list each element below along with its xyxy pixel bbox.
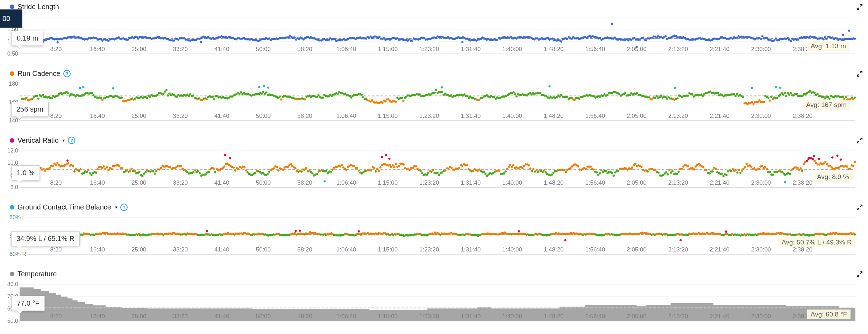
avg-badge: Avg: 50.7% L / 49.3% R: [778, 237, 855, 247]
expand-icon[interactable]: [856, 3, 863, 12]
x-tick-label: 50:00: [256, 113, 271, 120]
x-tick-label: 2:21:40: [710, 46, 730, 53]
x-tick-label: 16:40: [90, 46, 105, 53]
panel-temperature: Temperature80.070.060.050.08:2016:4025:0…: [0, 267, 868, 334]
legend-dot-stride-length: [10, 5, 14, 9]
expand-icon[interactable]: [856, 271, 863, 279]
x-tick-label: 41:40: [214, 246, 229, 253]
x-tick-label: 8:20: [50, 113, 62, 120]
x-tick-label: 2:21:40: [710, 179, 730, 186]
panel-stride-length: Stride Length2.001.501.000.508:2016:4025…: [0, 0, 868, 67]
panel-title: Stride Length: [17, 3, 59, 11]
panel-title: Vertical Ratio: [17, 136, 59, 144]
panel-title: Run Cadence: [17, 70, 60, 78]
x-tick-label: 1:31:40: [461, 179, 481, 186]
x-tick-label: 1:23:20: [419, 313, 439, 320]
chevron-down-icon[interactable]: ▾: [115, 205, 118, 210]
x-tick-label: 2:13:20: [668, 113, 688, 120]
y-tick-label: 50.0: [1, 318, 18, 325]
x-tick-label: 2:05:00: [627, 313, 647, 320]
y-tick-label: 140: [1, 117, 18, 124]
help-icon[interactable]: ?: [120, 204, 128, 211]
x-tick-label: 1:15:00: [378, 179, 398, 186]
y-tick-label: 180: [1, 80, 18, 87]
x-tick-label: 1:40:00: [502, 46, 522, 53]
x-tick-label: 2:21:40: [710, 113, 730, 120]
x-tick-label: 16:40: [90, 179, 105, 186]
panel-header-run-cadence: Run Cadence?: [10, 70, 71, 78]
x-tick-label: 1:06:40: [336, 46, 356, 53]
avg-badge: Avg: 167 spm: [803, 100, 850, 110]
plot-canvas-vertical-ratio[interactable]: [0, 134, 868, 200]
legend-dot-run-cadence: [10, 71, 14, 76]
x-tick-label: 1:23:20: [419, 46, 439, 53]
y-tick-label: 60% R: [9, 251, 28, 258]
x-tick-label: 50:00: [256, 46, 271, 53]
x-tick-label: 58:20: [297, 46, 312, 53]
help-icon[interactable]: ?: [63, 70, 71, 77]
x-tick-label: 2:30:00: [751, 313, 771, 320]
x-tick-label: 1:23:20: [419, 179, 439, 186]
x-tick-label: 1:56:40: [585, 113, 605, 120]
expand-icon[interactable]: [856, 70, 863, 79]
x-tick-label: 25:00: [131, 179, 147, 186]
x-tick-label: 25:00: [131, 313, 147, 320]
x-tick-label: 1:15:00: [378, 246, 398, 253]
panel-ground-contact-time-balance: Ground Contact Time Balance▾?60% L50/506…: [0, 200, 868, 267]
x-tick-label: 58:20: [297, 313, 312, 320]
x-tick-label: 1:48:20: [544, 313, 564, 320]
x-tick-label: 1:56:40: [585, 46, 605, 53]
x-tick-label: 2:21:40: [710, 246, 730, 253]
x-tick-label: 2:05:00: [627, 246, 647, 253]
x-tick-label: 1:31:40: [461, 113, 481, 120]
x-tick-label: 33:20: [173, 313, 188, 320]
avg-badge: Avg: 8.9 %: [813, 172, 853, 182]
plot-canvas-run-cadence[interactable]: [0, 67, 868, 134]
plot-canvas-temperature[interactable]: [0, 267, 868, 334]
y-tick-label: 0.50: [1, 50, 18, 57]
panel-header-ground-contact-time-balance: Ground Contact Time Balance▾?: [10, 203, 128, 211]
x-tick-label: 16:40: [90, 313, 105, 320]
x-tick-label: 1:15:00: [378, 313, 398, 320]
x-tick-label: 2:05:00: [627, 113, 647, 120]
x-tick-label: 1:40:00: [502, 113, 522, 120]
x-tick-label: 1:48:20: [544, 46, 564, 53]
x-tick-label: 2:38:20: [792, 113, 812, 120]
x-tick-label: 1:06:40: [336, 113, 356, 120]
plot-canvas-stride-length[interactable]: [0, 0, 868, 67]
x-tick-label: 50:00: [256, 313, 271, 320]
x-tick-label: 1:31:40: [461, 313, 481, 320]
x-tick-label: 2:13:20: [668, 46, 688, 53]
value-tooltip: 77.0 °F: [12, 296, 45, 311]
value-tooltip: 1.0 %: [12, 165, 40, 180]
x-tick-label: 50:00: [256, 179, 271, 186]
time-tooltip: 00: [0, 9, 22, 28]
x-tick-label: 1:48:20: [544, 113, 564, 120]
x-tick-label: 1:06:40: [336, 246, 356, 253]
panel-title: Temperature: [17, 270, 57, 278]
x-tick-label: 33:20: [173, 246, 188, 253]
avg-badge: Avg: 1.13 m: [807, 41, 849, 51]
x-tick-label: 1:40:00: [502, 179, 522, 186]
x-tick-label: 16:40: [90, 113, 105, 120]
legend-dot-ground-contact-time-balance: [10, 205, 14, 209]
panel-header-vertical-ratio: Vertical Ratio▾?: [10, 136, 75, 144]
panel-vertical-ratio: Vertical Ratio▾?12.010.08.06.08:2016:402…: [0, 134, 868, 200]
plot-canvas-ground-contact-time-balance[interactable]: [0, 200, 868, 267]
x-tick-label: 2:30:00: [751, 113, 771, 120]
x-tick-label: 2:30:00: [751, 46, 771, 53]
panel-run-cadence: Run Cadence?1801601408:2016:4025:0033:20…: [0, 67, 868, 134]
expand-icon[interactable]: [856, 204, 863, 212]
y-tick-label: 80.0: [1, 281, 18, 288]
x-tick-label: 33:20: [173, 46, 188, 53]
x-tick-label: 25:00: [131, 113, 147, 120]
y-tick-label: 12.0: [1, 147, 18, 154]
value-tooltip: 0.19 m: [12, 31, 43, 46]
x-tick-label: 8:20: [50, 313, 62, 320]
chevron-down-icon[interactable]: ▾: [63, 138, 65, 143]
expand-icon[interactable]: [856, 137, 863, 145]
x-tick-label: 33:20: [173, 179, 188, 186]
x-tick-label: 58:20: [297, 246, 312, 253]
help-icon[interactable]: ?: [68, 137, 75, 144]
x-tick-label: 2:38:20: [792, 179, 812, 186]
